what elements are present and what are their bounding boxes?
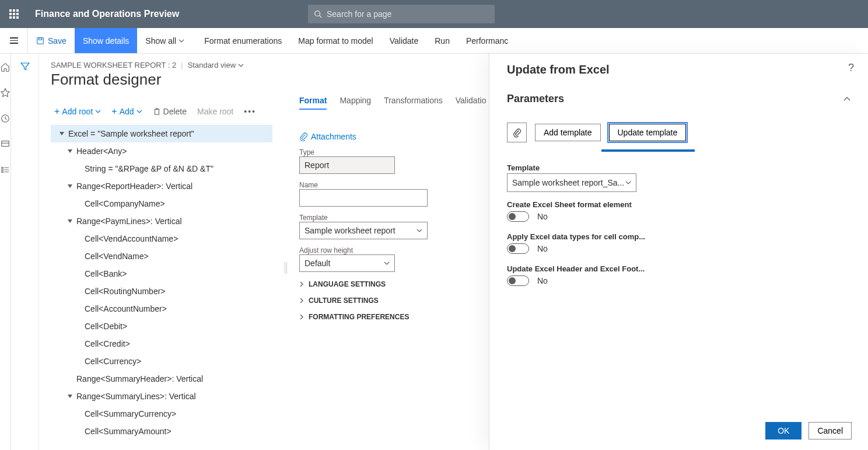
parameters-header[interactable]: Parameters bbox=[507, 93, 850, 105]
filter-column bbox=[11, 54, 39, 450]
svg-rect-2 bbox=[37, 37, 44, 44]
format-tree: Excel = "Sample worksheet report"Header<… bbox=[51, 125, 272, 440]
tree-row[interactable]: Cell<AccountNumber> bbox=[51, 300, 272, 318]
add-button[interactable]: +Add bbox=[108, 104, 145, 119]
collapse-icon[interactable] bbox=[67, 218, 73, 224]
apply-types-toggle[interactable] bbox=[507, 243, 529, 254]
content-area: SAMPLE WORKSHEET REPORT : 2 | Standard v… bbox=[39, 54, 498, 450]
tree-row[interactable]: Range<ReportHeader>: Vertical bbox=[51, 177, 272, 195]
breadcrumb: SAMPLE WORKSHEET REPORT : 2 | Standard v… bbox=[51, 61, 486, 69]
collapse-icon[interactable] bbox=[67, 148, 73, 154]
tab-mapping[interactable]: Mapping bbox=[340, 96, 371, 110]
breadcrumb-title: SAMPLE WORKSHEET REPORT : 2 bbox=[51, 61, 176, 69]
tree-row[interactable]: Cell<VendName> bbox=[51, 247, 272, 265]
tree-row[interactable]: Cell<Currency> bbox=[51, 353, 272, 370]
tree-label: Cell<Debit> bbox=[85, 322, 127, 331]
tree-row[interactable]: Range<PaymLines>: Vertical bbox=[51, 212, 272, 230]
tree-label: Cell<Currency> bbox=[85, 357, 141, 366]
tab-format[interactable]: Format bbox=[299, 96, 327, 110]
show-details-button[interactable]: Show details bbox=[75, 28, 137, 53]
adjust-select[interactable]: Default bbox=[299, 254, 395, 272]
app-title: Finance and Operations Preview bbox=[35, 9, 179, 19]
tree-row[interactable]: Range<SummaryHeader>: Vertical bbox=[51, 370, 272, 388]
panel-template-select[interactable]: Sample worksheet report_Sa... bbox=[507, 173, 636, 192]
filter-icon[interactable] bbox=[20, 62, 30, 71]
tree-row[interactable]: Header<Any> bbox=[51, 142, 272, 160]
template-select[interactable]: Sample worksheet report bbox=[299, 222, 428, 239]
svg-line-1 bbox=[320, 16, 322, 18]
trash-icon bbox=[153, 107, 161, 116]
star-icon[interactable] bbox=[0, 88, 10, 98]
attachments-link[interactable]: Attachments bbox=[299, 132, 486, 141]
tree-row[interactable]: Cell<CompanyName> bbox=[51, 195, 272, 212]
chevron-up-icon bbox=[844, 96, 850, 102]
performance-button[interactable]: Performanc bbox=[458, 28, 516, 53]
tree-label: Cell<RoutingNumber> bbox=[85, 287, 166, 296]
tab-validations[interactable]: Validatio bbox=[456, 96, 487, 110]
modules-icon[interactable] bbox=[0, 165, 10, 175]
tree-row[interactable]: Cell<SummaryAmount> bbox=[51, 423, 272, 440]
collapse-icon[interactable] bbox=[67, 393, 73, 399]
tree-row[interactable]: Cell<Credit> bbox=[51, 335, 272, 353]
nav-toggle[interactable] bbox=[0, 28, 28, 53]
delete-button[interactable]: Delete bbox=[149, 104, 190, 118]
cancel-button[interactable]: Cancel bbox=[808, 422, 852, 439]
search-bar[interactable]: Search for a page bbox=[308, 5, 495, 23]
run-button[interactable]: Run bbox=[426, 28, 458, 53]
save-button[interactable]: Save bbox=[28, 28, 75, 53]
home-icon[interactable] bbox=[0, 62, 10, 72]
splitter-handle[interactable] bbox=[283, 96, 289, 440]
formatting-preferences-expander[interactable]: FORMATTING PREFERENCES bbox=[299, 313, 486, 321]
tree-label: Range<ReportHeader>: Vertical bbox=[76, 182, 192, 191]
app-launcher[interactable] bbox=[0, 0, 28, 28]
update-template-button[interactable]: Update template bbox=[609, 124, 687, 141]
show-all-button[interactable]: Show all bbox=[137, 28, 196, 53]
svg-rect-9 bbox=[2, 172, 4, 173]
tree-label: Cell<Bank> bbox=[85, 269, 127, 278]
clock-icon[interactable] bbox=[0, 113, 10, 124]
make-root-button: Make root bbox=[194, 104, 237, 118]
more-button[interactable]: ••• bbox=[240, 107, 260, 116]
workspace-icon[interactable] bbox=[0, 139, 10, 149]
validate-button[interactable]: Validate bbox=[382, 28, 427, 53]
property-tabs: Format Mapping Transformations Validatio bbox=[299, 96, 486, 110]
chevron-down-icon bbox=[178, 38, 184, 44]
language-settings-expander[interactable]: LANGUAGE SETTINGS bbox=[299, 280, 486, 288]
svg-rect-5 bbox=[2, 141, 9, 146]
tree-row[interactable]: Cell<SummaryCurrency> bbox=[51, 405, 272, 423]
help-icon[interactable]: ? bbox=[848, 62, 854, 74]
add-root-button[interactable]: +Add root bbox=[51, 104, 104, 119]
ok-button[interactable]: OK bbox=[765, 422, 802, 439]
add-template-button[interactable]: Add template bbox=[535, 124, 601, 141]
create-sheet-toggle[interactable] bbox=[507, 211, 529, 222]
tree-row[interactable]: Cell<Bank> bbox=[51, 265, 272, 282]
culture-settings-expander[interactable]: CULTURE SETTINGS bbox=[299, 296, 486, 305]
tree-label: Range<PaymLines>: Vertical bbox=[76, 217, 182, 226]
tree-label: Header<Any> bbox=[76, 146, 127, 156]
tree-row[interactable]: Cell<VendAccountName> bbox=[51, 230, 272, 247]
tree-row[interactable]: Range<SummaryLines>: Vertical bbox=[51, 388, 272, 405]
tree-label: Cell<AccountNumber> bbox=[85, 304, 167, 313]
template-label: Template bbox=[299, 214, 486, 222]
hamburger-icon bbox=[10, 37, 18, 44]
attachment-button[interactable] bbox=[507, 123, 527, 142]
map-format-button[interactable]: Map format to model bbox=[290, 28, 381, 53]
update-header-toggle[interactable] bbox=[507, 275, 529, 286]
view-selector[interactable]: Standard view bbox=[188, 61, 244, 69]
chevron-right-icon bbox=[299, 298, 304, 304]
tree-row[interactable]: Cell<Debit> bbox=[51, 318, 272, 335]
tab-transformations[interactable]: Transformations bbox=[384, 96, 443, 110]
collapse-icon[interactable] bbox=[59, 131, 65, 137]
tree-label: Cell<Credit> bbox=[85, 339, 130, 348]
waffle-icon bbox=[9, 9, 19, 19]
adjust-label: Adjust row height bbox=[299, 246, 486, 254]
collapse-icon[interactable] bbox=[67, 183, 73, 189]
apply-types-label: Apply Excel data types for cell comp... bbox=[507, 232, 850, 241]
tree-row[interactable]: Cell<RoutingNumber> bbox=[51, 282, 272, 300]
tree-row[interactable]: Excel = "Sample worksheet report" bbox=[51, 125, 272, 142]
format-enumerations-button[interactable]: Format enumerations bbox=[196, 28, 290, 53]
tree-row[interactable]: String = "&RPage &P of &N &D &T" bbox=[51, 160, 272, 177]
name-field[interactable] bbox=[299, 189, 428, 207]
tree-label: String = "&RPage &P of &N &D &T" bbox=[85, 164, 214, 173]
name-label: Name bbox=[299, 181, 486, 189]
